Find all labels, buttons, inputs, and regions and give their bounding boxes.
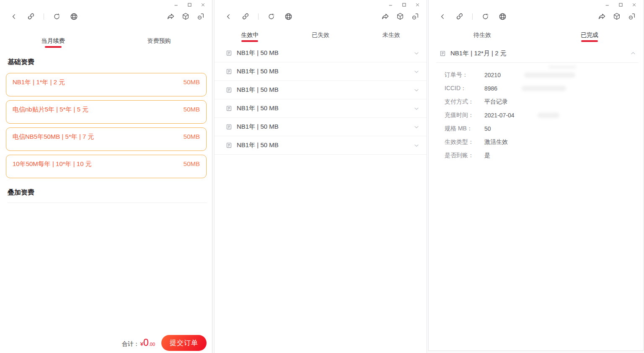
back-icon[interactable] bbox=[224, 12, 233, 21]
maximize-button[interactable] bbox=[614, 1, 627, 8]
capsule-more-icon[interactable] bbox=[411, 12, 420, 21]
toolbar bbox=[215, 8, 427, 24]
tab-not-active[interactable]: 未生效 bbox=[356, 24, 427, 42]
globe-icon[interactable] bbox=[498, 12, 507, 21]
plan-title: 电信NB5年50MB | 5*年 | 7 元 bbox=[13, 133, 94, 141]
package-row[interactable]: NB1年 | 50 MB bbox=[215, 44, 427, 62]
plan-card[interactable]: NB1年 | 1*年 | 2 元 50MB bbox=[6, 73, 207, 96]
link-icon[interactable] bbox=[241, 12, 250, 21]
window-order-detail: 待生效 已完成 NB1年 | 12*月 | 2 元 订单号： 20210 ICC… bbox=[428, 0, 644, 351]
globe-icon[interactable] bbox=[284, 12, 293, 21]
order-header-row[interactable]: NB1年 | 12*月 | 2 元 bbox=[429, 44, 643, 62]
field-iccid: ICCID： 8986 bbox=[445, 82, 643, 95]
field-label: ICCID： bbox=[445, 85, 484, 92]
link-icon[interactable] bbox=[455, 12, 464, 21]
chevron-down-icon bbox=[413, 68, 420, 75]
package-row[interactable]: NB1年 | 50 MB bbox=[215, 62, 427, 81]
chevron-down-icon bbox=[413, 124, 420, 130]
refresh-icon[interactable] bbox=[52, 12, 61, 21]
plan-card-list: NB1年 | 1*年 | 2 元 50MB 电信nb贴片5年 | 5*年 | 5… bbox=[6, 73, 207, 178]
tab-pending[interactable]: 待生效 bbox=[429, 24, 536, 42]
share-icon[interactable] bbox=[597, 12, 606, 21]
close-button[interactable] bbox=[196, 1, 209, 8]
checkout-bar: 合计： ¥ 0 .00 提交订单 bbox=[0, 335, 212, 351]
refresh-icon[interactable] bbox=[481, 12, 490, 21]
refresh-icon[interactable] bbox=[266, 12, 276, 21]
back-icon[interactable] bbox=[9, 12, 18, 21]
tab-expired[interactable]: 已失效 bbox=[285, 24, 356, 42]
total-amount: 合计： ¥ 0 .00 bbox=[122, 338, 155, 348]
close-button[interactable] bbox=[627, 1, 641, 8]
package-label: NB1年 | 50 MB bbox=[237, 49, 279, 57]
back-icon[interactable] bbox=[438, 12, 447, 21]
field-effective-type: 生效类型： 激活生效 bbox=[445, 135, 643, 149]
share-icon[interactable] bbox=[166, 12, 175, 21]
package-label: NB1年 | 50 MB bbox=[237, 67, 279, 75]
cube-icon[interactable] bbox=[612, 12, 621, 21]
base-tariff-section-title: 基础资费 bbox=[8, 58, 212, 67]
redaction-smudge bbox=[538, 113, 559, 118]
toolbar bbox=[0, 8, 212, 24]
plan-title: 电信nb贴片5年 | 5*年 | 5 元 bbox=[13, 106, 88, 114]
package-row[interactable]: NB1年 | 50 MB bbox=[215, 81, 427, 99]
plan-card[interactable]: 电信nb贴片5年 | 5*年 | 5 元 50MB bbox=[6, 100, 207, 124]
cube-icon[interactable] bbox=[396, 12, 405, 21]
package-row[interactable]: NB1年 | 50 MB bbox=[215, 136, 427, 155]
share-icon[interactable] bbox=[380, 12, 390, 21]
chevron-down-icon bbox=[413, 50, 420, 57]
redaction-smudge bbox=[548, 65, 576, 69]
plan-title: NB1年 | 1*年 | 2 元 bbox=[13, 78, 65, 86]
titlebar bbox=[215, 0, 427, 8]
window-status-list: 生效中 已失效 未生效 NB1年 | 50 MB NB1年 | 50 MB NB… bbox=[214, 0, 427, 353]
plan-size: 50MB bbox=[184, 106, 200, 113]
field-value: 是 bbox=[484, 152, 490, 159]
close-button[interactable] bbox=[411, 1, 424, 8]
maximize-button[interactable] bbox=[183, 1, 196, 8]
field-spec-mb: 规格 MB： 50 bbox=[445, 122, 643, 135]
order-detail: 订单号： 20210 ICCID： 8986 支付方式： 平台记录 充值时间： … bbox=[429, 63, 643, 162]
tab-bar: 当月续费 资费预购 bbox=[0, 24, 212, 48]
package-label: NB1年 | 50 MB bbox=[237, 104, 279, 112]
tab-tariff-prepurchase[interactable]: 资费预购 bbox=[106, 24, 212, 48]
field-payment-method: 支付方式： 平台记录 bbox=[445, 95, 643, 109]
link-icon[interactable] bbox=[26, 12, 36, 21]
package-row[interactable]: NB1年 | 50 MB bbox=[215, 99, 427, 118]
field-value: 激活生效 bbox=[484, 138, 508, 146]
field-value: 50 bbox=[484, 125, 491, 132]
chevron-down-icon bbox=[413, 142, 420, 149]
field-order-number: 订单号： 20210 bbox=[445, 68, 643, 82]
minimize-button[interactable] bbox=[169, 1, 183, 8]
redaction-smudge bbox=[522, 86, 566, 91]
submit-order-button[interactable]: 提交订单 bbox=[161, 335, 207, 351]
document-icon bbox=[226, 50, 232, 56]
minimize-button[interactable] bbox=[384, 1, 397, 8]
toolbar-divider bbox=[472, 13, 473, 20]
package-label: NB1年 | 50 MB bbox=[237, 141, 279, 149]
document-icon bbox=[226, 142, 232, 148]
titlebar bbox=[429, 0, 643, 8]
toolbar bbox=[429, 8, 643, 24]
field-label: 是否到账： bbox=[445, 152, 484, 159]
tab-current-month-renew[interactable]: 当月续费 bbox=[0, 24, 106, 48]
capsule-more-icon[interactable] bbox=[627, 12, 636, 21]
redaction-smudge bbox=[524, 73, 575, 78]
minimize-button[interactable] bbox=[600, 1, 614, 8]
cube-icon[interactable] bbox=[181, 12, 190, 21]
globe-icon[interactable] bbox=[69, 12, 78, 21]
maximize-button[interactable] bbox=[397, 1, 411, 8]
capsule-more-icon[interactable] bbox=[196, 12, 205, 21]
document-icon bbox=[226, 68, 232, 75]
plan-title: 10年50M每年 | 10*年 | 10 元 bbox=[13, 160, 92, 168]
toolbar-divider bbox=[258, 13, 259, 20]
field-value: 20210 bbox=[484, 72, 501, 78]
tab-completed[interactable]: 已完成 bbox=[536, 24, 643, 42]
addon-section-divider bbox=[8, 202, 207, 203]
plan-card[interactable]: 10年50M每年 | 10*年 | 10 元 50MB bbox=[6, 155, 207, 178]
plan-card[interactable]: 电信NB5年50MB | 5*年 | 7 元 50MB bbox=[6, 127, 207, 151]
package-row[interactable]: NB1年 | 50 MB bbox=[215, 118, 427, 136]
document-icon bbox=[226, 105, 232, 112]
package-label: NB1年 | 50 MB bbox=[237, 86, 279, 94]
tab-active[interactable]: 生效中 bbox=[215, 24, 285, 42]
field-label: 订单号： bbox=[445, 71, 484, 79]
field-label: 规格 MB： bbox=[445, 125, 484, 132]
